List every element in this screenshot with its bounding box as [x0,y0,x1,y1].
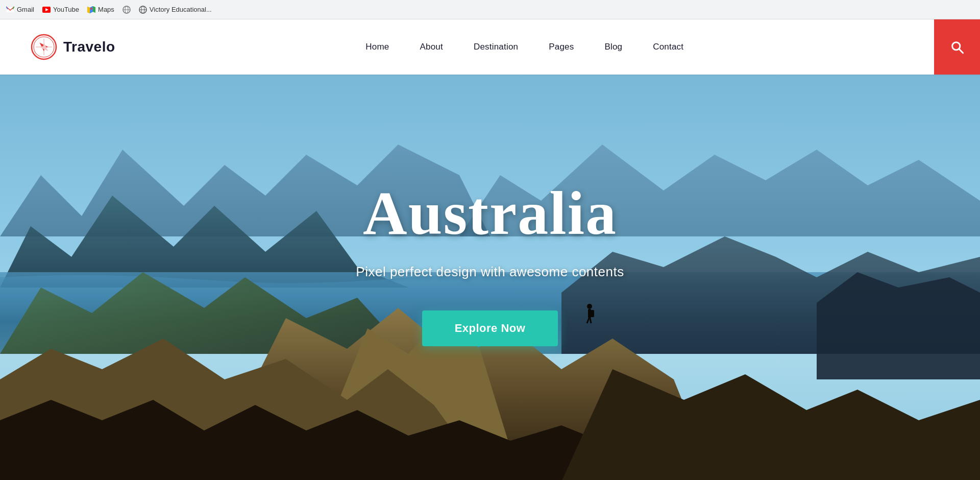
nav-link-about[interactable]: About [420,42,443,52]
gmail-link[interactable]: Gmail [6,6,34,14]
svg-point-8 [90,8,92,10]
logo-text: Travelo [63,39,115,55]
hero-section: Australia Pixel perfect design with awes… [0,75,980,480]
nav-item-home[interactable]: Home [365,42,389,52]
gmail-label: Gmail [17,6,34,13]
hero-title: Australia [0,178,980,249]
navbar: Travelo Home About Destination Pages Blo… [0,19,980,75]
nav-link-destination[interactable]: Destination [474,42,518,52]
nav-item-destination[interactable]: Destination [474,42,518,52]
search-icon [950,40,964,54]
search-button[interactable] [934,19,980,75]
victory-link[interactable]: Victory Educational... [139,6,212,14]
browser-bar: Gmail YouTube Maps Victory Education [0,0,980,19]
nav-item-pages[interactable]: Pages [549,42,574,52]
logo-icon [31,34,57,60]
logo-area[interactable]: Travelo [31,34,115,60]
hero-subtitle: Pixel perfect design with awesome conten… [0,264,980,280]
explore-now-button[interactable]: Explore Now [422,310,558,346]
youtube-label: YouTube [53,6,79,13]
nav-link-contact[interactable]: Contact [653,42,683,52]
nav-link-pages[interactable]: Pages [549,42,574,52]
nav-link-home[interactable]: Home [365,42,389,52]
youtube-link[interactable]: YouTube [42,6,79,14]
globe-link-1[interactable] [122,6,131,14]
svg-marker-7 [87,7,90,13]
maps-link[interactable]: Maps [87,6,114,14]
maps-label: Maps [98,6,114,13]
svg-line-22 [959,49,963,53]
hero-content: Australia Pixel perfect design with awes… [0,178,980,346]
nav-item-blog[interactable]: Blog [604,42,622,52]
nav-item-contact[interactable]: Contact [653,42,683,52]
victory-label: Victory Educational... [150,6,212,13]
nav-item-about[interactable]: About [420,42,443,52]
nav-links: Home About Destination Pages Blog Contac… [365,42,683,52]
nav-link-blog[interactable]: Blog [604,42,622,52]
